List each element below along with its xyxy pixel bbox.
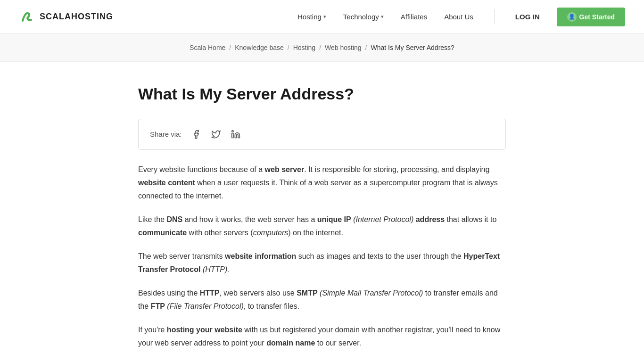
facebook-share-icon[interactable] <box>190 128 203 141</box>
main-nav: Hosting ▾ Technology ▾ Affiliates About … <box>297 8 625 26</box>
breadcrumb-separator: / <box>288 42 289 53</box>
breadcrumb-separator: / <box>229 42 231 53</box>
nav-affiliates[interactable]: Affiliates <box>401 11 427 23</box>
article-title: What Is My Server Address? <box>138 84 506 104</box>
breadcrumb-separator: / <box>365 42 367 53</box>
share-label: Share via: <box>150 129 182 140</box>
nav-login[interactable]: LOG IN <box>515 11 540 23</box>
logo-text: SCALAHOSTING <box>40 10 113 24</box>
paragraph-6: That said, let's discuss how you can fin… <box>138 360 506 362</box>
paragraph-3: The web server transmits website informa… <box>138 250 506 276</box>
breadcrumb-hosting[interactable]: Hosting <box>293 42 315 53</box>
paragraph-5: If you're hosting your website with us b… <box>138 323 506 350</box>
site-header: SCALAHOSTING Hosting ▾ Technology ▾ Affi… <box>0 0 644 34</box>
get-started-button[interactable]: 👤 Get Started <box>557 8 625 26</box>
breadcrumb-home[interactable]: Scala Home <box>190 42 225 53</box>
main-content: What Is My Server Address? Share via: <box>119 62 525 362</box>
paragraph-2: Like the DNS and how it works, the web s… <box>138 213 506 239</box>
breadcrumb-web-hosting[interactable]: Web hosting <box>325 42 362 53</box>
breadcrumb: Scala Home / Knowledge base / Hosting / … <box>19 42 625 53</box>
svg-point-2 <box>231 131 233 132</box>
user-icon: 👤 <box>567 12 577 22</box>
breadcrumb-knowledge-base[interactable]: Knowledge base <box>235 42 284 53</box>
twitter-share-icon[interactable] <box>209 128 223 141</box>
nav-about[interactable]: About Us <box>444 11 473 23</box>
paragraph-4: Besides using the HTTP, web servers also… <box>138 287 506 313</box>
logo[interactable]: SCALAHOSTING <box>19 8 113 25</box>
chevron-down-icon: ▾ <box>323 13 326 21</box>
svg-rect-1 <box>231 133 233 138</box>
linkedin-share-icon[interactable] <box>229 128 242 141</box>
paragraph-1: Every website functions because of a web… <box>138 163 506 203</box>
breadcrumb-area: Scala Home / Knowledge base / Hosting / … <box>0 34 644 62</box>
breadcrumb-current: What Is My Server Address? <box>371 42 454 53</box>
chevron-down-icon: ▾ <box>381 13 384 21</box>
share-box: Share via: <box>138 119 506 150</box>
share-icons <box>190 128 242 141</box>
article-body: Every website functions because of a web… <box>138 163 506 362</box>
nav-hosting[interactable]: Hosting ▾ <box>297 11 326 23</box>
nav-divider <box>494 9 495 25</box>
nav-technology[interactable]: Technology ▾ <box>343 11 384 23</box>
breadcrumb-separator: / <box>319 42 321 53</box>
